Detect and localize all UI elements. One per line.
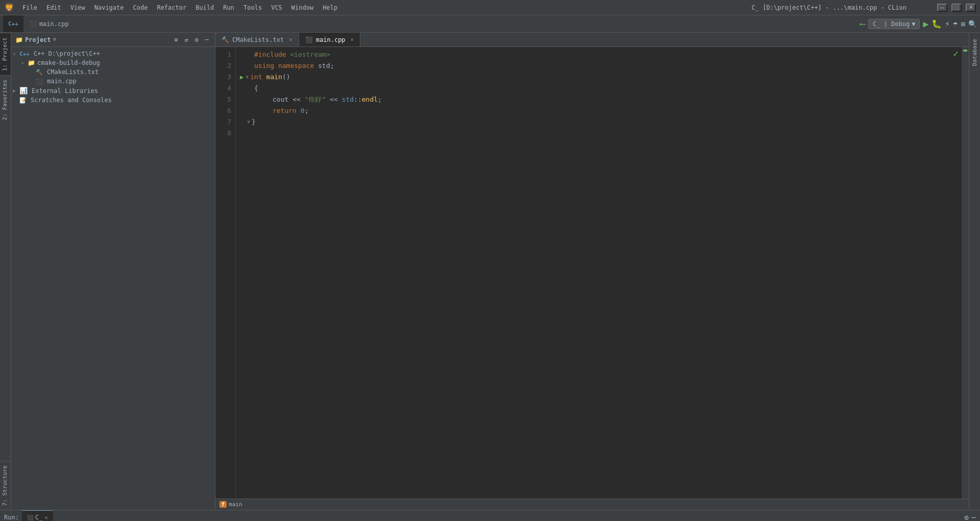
titlebar: 🦁 File Edit View Navigate Code Refactor … — [0, 0, 980, 15]
tree-item-maincpp-label: main.cpp — [47, 78, 77, 85]
menu-tools[interactable]: Tools — [239, 3, 266, 12]
fold-icon-7[interactable]: ▼ — [247, 116, 250, 128]
code-line-2: using namespace std ; — [240, 60, 958, 72]
toolbar-tab-maincpp[interactable]: ⬛ main.cpp — [24, 15, 74, 32]
run-button[interactable]: ▶ — [923, 18, 928, 29]
scratch-icon: 📝 — [19, 97, 27, 104]
project-panel-title: 📁 Project ▼ — [15, 36, 56, 43]
project-panel-header: 📁 Project ▼ ⊕ ⇄ ⚙ ─ — [11, 33, 215, 47]
tab-maincpp[interactable]: ⬛ main.cpp ✕ — [299, 33, 360, 46]
tree-arrow: ▾ — [11, 51, 17, 57]
menu-bar: File Edit View Navigate Code Refactor Bu… — [18, 3, 752, 12]
minimize-button[interactable]: ─ — [937, 4, 947, 12]
project-panel: 📁 Project ▼ ⊕ ⇄ ⚙ ─ ▾ C++ C++ D:\project… — [11, 33, 215, 510]
menu-window[interactable]: Window — [287, 3, 317, 12]
cpp-module-icon: C++ — [19, 51, 30, 57]
cpp-tab-icon: ⬛ — [305, 36, 313, 43]
layout-button[interactable]: ⊞ — [961, 20, 965, 28]
window-title: C_ [D:\project\C++] - ...\main.cpp - CLi… — [752, 4, 906, 11]
op-2: << — [330, 94, 338, 105]
tree-arrow-cmake: ▾ — [19, 60, 26, 66]
coverage-button[interactable]: ☂ — [953, 19, 958, 29]
namespace-keyword: namespace — [278, 60, 314, 72]
main-function: main — [266, 72, 282, 83]
maximize-button[interactable]: □ — [951, 4, 962, 12]
menu-navigate[interactable]: Navigate — [90, 3, 128, 12]
close-run-tab[interactable]: ✕ — [44, 514, 48, 521]
semicolon3: ; — [305, 105, 309, 116]
breadcrumb-fn-icon: f — [219, 501, 227, 508]
database-tab[interactable]: Database — [969, 35, 980, 70]
run-here-icon[interactable]: ▶ — [240, 72, 243, 83]
tree-item-maincpp[interactable]: ⬛ main.cpp — [11, 77, 215, 86]
vtab-project[interactable]: 1: Project — [0, 33, 11, 75]
menu-help[interactable]: Help — [318, 3, 341, 12]
hide-icon[interactable]: ─ — [203, 36, 211, 44]
line-num-4: 4 — [215, 83, 231, 94]
tree-item-extlibs-label: External Libraries — [32, 87, 98, 94]
folder-icon-cmake: 📁 — [28, 59, 35, 66]
tree-item-cmake-build[interactable]: ▾ 📁 cmake-build-debug — [11, 58, 215, 67]
search-everywhere-button[interactable]: 🔍 — [968, 20, 977, 28]
close-brace: } — [252, 116, 256, 128]
cout-var: cout — [273, 94, 288, 105]
tab-cmakelists-label: CMakeLists.txt — [232, 36, 284, 43]
chevron-down-icon: ▼ — [912, 20, 915, 28]
run-config-selector[interactable]: C_ | Debug ▼ — [868, 19, 920, 29]
collapse-icon[interactable]: ⇄ — [182, 36, 190, 44]
run-panel-tab-c[interactable]: ⬛ C_ ✕ — [22, 510, 53, 521]
line-num-5: 5 — [215, 94, 231, 105]
menu-refactor[interactable]: Refactor — [153, 3, 190, 12]
run-config-label: C_ | Debug — [873, 20, 910, 28]
fold-icon-3[interactable]: ▼ — [246, 72, 249, 83]
tree-item-cmakelists[interactable]: 🔨 CMakeLists.txt — [11, 67, 215, 77]
tree-item-cmake-label: cmake-build-debug — [37, 59, 100, 66]
scope-op: :: — [354, 94, 362, 105]
menu-code[interactable]: Code — [129, 3, 152, 12]
right-gutter — [962, 47, 969, 499]
breadcrumb-fn-label: main — [229, 501, 242, 508]
settings-icon-run[interactable]: ⚙ — [964, 513, 968, 522]
line-num-7: 7 — [215, 116, 231, 128]
tree-item-scratches[interactable]: 📝 Scratches and Consoles — [11, 96, 215, 105]
menu-file[interactable]: File — [18, 3, 41, 12]
run-panel-header: Run: ⬛ C_ ✕ ⚙ ─ — [0, 510, 980, 521]
settings-icon[interactable]: ⚙ — [192, 36, 201, 44]
menu-run[interactable]: Run — [219, 3, 238, 12]
close-maincpp-tab[interactable]: ✕ — [351, 36, 354, 43]
breadcrumb: f main — [215, 499, 969, 510]
menu-vcs[interactable]: VCS — [267, 3, 286, 12]
main-toolbar: C++ ⬛ main.cpp ⟵ C_ | Debug ▼ ▶ 🐛 ⚡ ☂ ⊞ … — [0, 15, 980, 33]
include-file: <iostream> — [290, 49, 330, 60]
using-keyword: using — [254, 60, 274, 72]
vtab-structure[interactable]: 7: Structure — [0, 461, 11, 510]
inspection-ok-icon: ✓ — [953, 48, 959, 59]
endl-fn: endl — [362, 94, 378, 105]
project-header-icons: ⊕ ⇄ ⚙ ─ — [172, 36, 211, 44]
toolbar-tab-cpp[interactable]: C++ — [3, 15, 23, 32]
code-line-3: ▶ ▼ int main () — [240, 72, 958, 83]
tree-item-extlibs[interactable]: ▶ 📊 External Libraries — [11, 86, 215, 96]
return-keyword: return — [273, 105, 297, 116]
menu-build[interactable]: Build — [191, 3, 218, 12]
code-content[interactable]: #include <iostream> using namespace std … — [236, 47, 962, 499]
tab-cmakelists[interactable]: 🔨 CMakeLists.txt ✕ — [215, 33, 299, 46]
minimize-run-icon[interactable]: ─ — [972, 513, 976, 522]
vtab-favorites[interactable]: 2: Favorites — [0, 75, 11, 124]
code-line-4: { — [240, 83, 958, 94]
menu-view[interactable]: View — [66, 3, 89, 12]
close-cmakelists-tab[interactable]: ✕ — [289, 36, 292, 43]
close-button[interactable]: ✕ — [966, 4, 976, 12]
run-tab-label: C_ — [35, 514, 42, 521]
std-ns: std — [342, 94, 354, 105]
menu-edit[interactable]: Edit — [42, 3, 65, 12]
editor-tabs: 🔨 CMakeLists.txt ✕ ⬛ main.cpp ✕ — [215, 33, 969, 47]
tree-item-root[interactable]: ▾ C++ C++ D:\project\C++ — [11, 49, 215, 58]
debug-button[interactable]: 🐛 — [932, 19, 942, 29]
profile-button[interactable]: ⚡ — [945, 19, 950, 29]
back-icon[interactable]: ⟵ — [860, 19, 865, 29]
gutter-mark — [963, 50, 967, 52]
tree-item-cmakelists-label: CMakeLists.txt — [47, 68, 99, 76]
content-area: 1: Project 2: Favorites 7: Structure 📁 P… — [0, 33, 980, 510]
locate-icon[interactable]: ⊕ — [172, 36, 180, 44]
